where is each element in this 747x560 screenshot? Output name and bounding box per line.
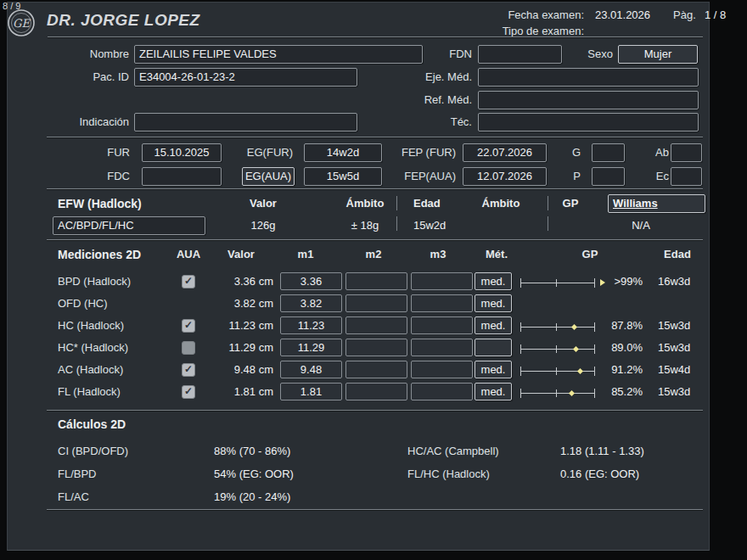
fdc-field[interactable] [142,167,222,186]
measurement-value: 11.29 cm [191,341,273,354]
gestational-age: 15w4d [658,363,690,376]
gp-marker-icon [569,390,575,396]
m2-field[interactable] [345,361,407,378]
measurement-label: HC* (Hadlock) [58,341,128,354]
efw-gp-value: N/A [611,219,671,232]
efw-divider [396,196,397,210]
fur-label: FUR [53,146,130,159]
col-m1: m1 [280,248,331,260]
exam-type-label: Tipo de examen: [475,25,584,37]
gestational-age: 15w3d [658,385,690,398]
gp-percentile: >99% [584,275,643,288]
nombre-field[interactable]: ZEILAILIS FELIPE VALDES [134,45,423,64]
tec-label: Téc. [407,115,472,128]
eg-aua-button[interactable]: EG(AUA) [242,167,295,186]
method-button[interactable]: med. [475,383,512,400]
method-button[interactable]: med. [475,272,512,290]
p-label: P [555,170,581,182]
measurement-value: 3.82 cm [191,297,273,310]
section-divider [47,188,703,189]
page-label: Pàg. [673,8,696,21]
m3-field[interactable] [411,316,473,334]
gp-marker-icon [573,346,579,352]
gp-method-selector[interactable]: Williams [608,194,705,213]
g-label: G [555,146,581,159]
m3-field[interactable] [411,361,473,378]
m1-field[interactable]: 1.81 [280,383,342,400]
fep-fur-label: FEP (FUR) [368,146,456,159]
m3-field[interactable] [411,294,473,312]
gestational-age: 16w3d [658,275,690,288]
fur-field[interactable]: 15.10.2025 [142,143,222,162]
m2-field[interactable] [345,272,407,290]
efw-formula-selector[interactable]: AC/BPD/FL/HC [53,216,205,235]
ab-label: Ab [635,146,669,159]
m2-field[interactable] [345,294,407,312]
pac-id-label: Pac. ID [51,70,129,83]
indicacion-field[interactable] [134,113,357,132]
measurement-value: 1.81 cm [191,385,273,398]
efw-col-ambito2: Ámbito [471,197,531,210]
calc-label: HC/AC (Campbell) [407,445,499,457]
calc-value: 1.18 (1.11 - 1.33) [560,445,644,457]
m3-field[interactable] [411,339,473,356]
col-m3: m3 [413,248,463,260]
eje-med-field[interactable] [478,68,699,87]
calc-value: 0.16 (EG: OOR) [560,468,639,480]
measurement-label: AC (Hadlock) [58,363,123,376]
m1-field[interactable]: 3.36 [280,272,342,290]
ge-logo: GE [7,8,36,37]
gp-percentile: 87.8% [584,319,643,332]
m1-field[interactable]: 3.82 [280,294,342,312]
efw-divider [548,216,548,231]
gp-percentile: 89.0% [584,341,643,354]
method-button[interactable]: med. [475,294,512,312]
exam-date-value: 23.01.2026 [595,8,650,21]
section-divider [47,509,703,510]
m3-field[interactable] [411,272,473,290]
pac-id-field[interactable]: E34004-26-01-23-2 [134,68,357,87]
header-divider [48,36,703,37]
svg-text:GE: GE [13,17,31,30]
m1-field[interactable]: 11.29 [280,339,342,356]
fdn-field[interactable] [478,45,562,64]
m2-field[interactable] [345,316,407,334]
col-m2: m2 [348,248,399,260]
table-row-ofd: OFD (HC) 3.82 cm 3.82 med. [0,294,747,316]
p-field[interactable] [592,167,625,186]
m1-field[interactable]: 9.48 [280,361,342,378]
m2-field[interactable] [345,383,407,400]
g-field[interactable] [592,143,625,162]
calculations-title: Cálculos 2D [58,417,126,431]
fep-aua-field[interactable]: 12.07.2026 [463,167,547,186]
m1-field[interactable]: 11.23 [280,316,342,334]
fdc-label: FDC [53,170,130,182]
indicacion-label: Indicación [51,115,129,128]
eg-fur-label: EG(FUR) [216,146,293,159]
tec-field[interactable] [478,113,699,132]
calc-label: CI (BPD/OFD) [58,445,128,457]
fep-fur-field[interactable]: 22.07.2026 [463,143,547,162]
ab-field[interactable] [671,143,702,162]
eje-med-label: Eje. Méd. [407,70,472,83]
method-button[interactable]: med. [475,316,512,334]
ref-med-field[interactable] [478,91,699,109]
sexo-selector[interactable]: Mujer [618,45,698,64]
m2-field[interactable] [345,339,407,356]
gp-marker-icon [577,368,583,374]
section-divider [47,137,703,137]
efw-title: EFW (Hadlock) [58,197,142,210]
ec-field[interactable] [671,167,702,186]
gestational-age: 15w3d [658,341,690,354]
measurement-value: 9.48 cm [191,363,273,376]
measurement-label: BPD (Hadlock) [58,275,131,288]
calc-label: FL/BPD [58,468,97,480]
table-row-hc-star: HC* (Hadlock) 11.29 cm 11.29 89.0% 15w3d [0,338,747,360]
nombre-label: Nombre [51,48,129,60]
calc-label: FL/HC (Hadlock) [407,468,490,480]
method-button[interactable]: med. [475,361,512,378]
table-row-bpd: BPD (Hadlock) 3.36 cm 3.36 med. >99% 16w… [0,272,747,294]
m3-field[interactable] [411,383,473,400]
method-button[interactable] [475,339,512,356]
col-edad: Edad [652,248,703,260]
